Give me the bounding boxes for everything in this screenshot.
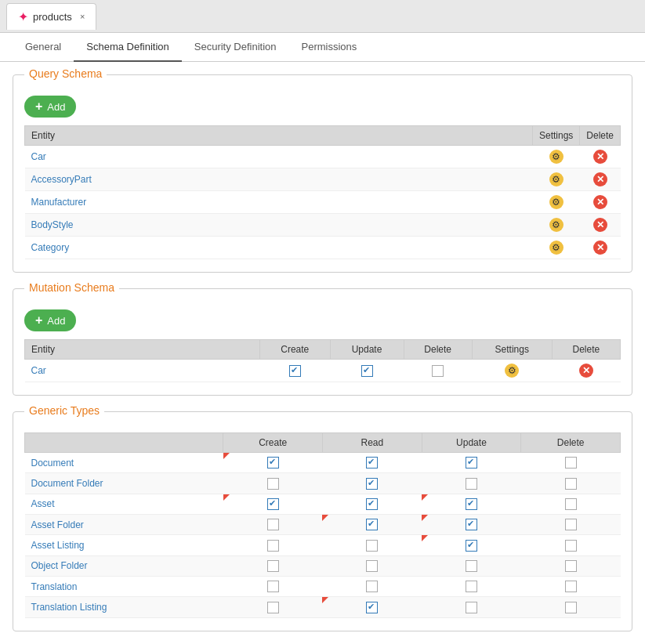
qry-entity-cell[interactable]: BodyStyle — [25, 214, 533, 237]
gt-checkbox[interactable] — [267, 478, 279, 490]
gt-checkbox[interactable] — [466, 498, 477, 510]
gt-checkbox-cell — [422, 453, 521, 473]
gt-header-name — [25, 433, 223, 453]
mutation-schema-add-button[interactable]: + Add — [24, 309, 76, 331]
gear-icon[interactable]: ⚙ — [505, 364, 519, 378]
gt-checkbox[interactable] — [366, 519, 378, 530]
tab-close-button[interactable]: × — [80, 12, 85, 21]
query-schema-title: Query Schema — [24, 67, 107, 80]
gt-checkbox[interactable] — [565, 540, 577, 552]
gt-checkbox-cell — [422, 494, 521, 514]
gt-checkbox-cell — [223, 453, 323, 473]
qry-settings-cell: ⚙ — [532, 214, 579, 237]
mutation-schema-title: Mutation Schema — [24, 281, 119, 294]
gt-checkbox[interactable] — [466, 519, 477, 530]
qry-header-settings: Settings — [532, 126, 579, 146]
tab-permissions[interactable]: Permissions — [289, 33, 370, 62]
delete-icon[interactable]: ✕ — [593, 218, 607, 232]
gt-checkbox[interactable] — [267, 581, 279, 592]
gt-checkbox[interactable] — [366, 457, 378, 469]
nav-tabs: General Schema Definition Security Defin… — [0, 33, 645, 62]
red-corner-marker — [322, 515, 328, 521]
gt-checkbox[interactable] — [267, 457, 279, 469]
delete-icon[interactable]: ✕ — [579, 364, 593, 378]
red-corner-marker — [422, 515, 428, 521]
products-tab[interactable]: ✦ products × — [6, 3, 96, 30]
tab-general[interactable]: General — [13, 33, 74, 62]
gt-name-cell[interactable]: Object Folder — [25, 555, 223, 576]
gt-checkbox-cell — [422, 473, 521, 494]
gt-checkbox-cell — [521, 576, 621, 596]
gt-name-cell[interactable]: Document — [25, 453, 223, 473]
qry-entity-cell[interactable]: Category — [25, 237, 533, 259]
gt-checkbox-cell — [223, 473, 323, 494]
gear-icon[interactable]: ⚙ — [549, 218, 563, 232]
gt-checkbox-cell — [322, 555, 422, 576]
gt-checkbox[interactable] — [466, 540, 477, 552]
gt-checkbox-cell — [422, 514, 521, 534]
query-schema-add-button[interactable]: + Add — [24, 96, 76, 118]
gt-checkbox[interactable] — [565, 457, 577, 469]
delete-icon[interactable]: ✕ — [593, 195, 607, 209]
gt-name-cell[interactable]: Translation — [25, 576, 223, 596]
delete-icon[interactable]: ✕ — [593, 172, 607, 186]
create-checkbox[interactable] — [289, 365, 301, 377]
gt-checkbox[interactable] — [466, 560, 477, 572]
qry-entity-cell[interactable]: Car — [25, 146, 533, 168]
qry-entity-cell[interactable]: Manufacturer — [25, 191, 533, 214]
table-row: Translation Listing — [25, 597, 621, 617]
qry-delete-cell: ✕ — [580, 146, 621, 168]
mutation-schema-table: Entity Create Update Delete Settings Del… — [24, 339, 621, 382]
gt-checkbox[interactable] — [565, 478, 577, 490]
gt-checkbox-cell — [223, 597, 323, 617]
update-checkbox[interactable] — [361, 365, 373, 377]
gt-checkbox[interactable] — [267, 560, 279, 572]
delete-checkbox[interactable] — [432, 365, 444, 377]
gt-name-cell[interactable]: Asset Listing — [25, 535, 223, 555]
gt-checkbox[interactable] — [366, 478, 378, 490]
mut-entity-cell[interactable]: Car — [25, 360, 260, 382]
gt-checkbox[interactable] — [565, 560, 577, 572]
gt-header-update: Update — [422, 433, 521, 453]
tab-security-definition[interactable]: Security Definition — [182, 33, 289, 62]
gt-name-cell[interactable]: Translation Listing — [25, 597, 223, 617]
gt-checkbox[interactable] — [366, 560, 378, 572]
gt-checkbox[interactable] — [565, 581, 577, 592]
gt-checkbox-cell — [322, 473, 422, 494]
gt-checkbox[interactable] — [565, 519, 577, 530]
gt-checkbox[interactable] — [466, 581, 477, 592]
gt-checkbox[interactable] — [466, 457, 477, 469]
gt-checkbox[interactable] — [267, 498, 279, 510]
gt-checkbox[interactable] — [366, 540, 378, 552]
gear-icon[interactable]: ⚙ — [549, 150, 563, 164]
gt-name-cell[interactable]: Document Folder — [25, 473, 223, 494]
table-row: Asset Listing — [25, 535, 621, 555]
qry-entity-cell[interactable]: AccessoryPart — [25, 168, 533, 191]
gt-checkbox[interactable] — [267, 519, 279, 530]
gt-checkbox[interactable] — [267, 540, 279, 552]
gt-checkbox[interactable] — [267, 602, 279, 613]
gt-checkbox-cell — [223, 555, 323, 576]
delete-icon[interactable]: ✕ — [593, 150, 607, 164]
gear-icon[interactable]: ⚙ — [549, 172, 563, 186]
table-row: Object Folder — [25, 555, 621, 576]
gt-checkbox[interactable] — [466, 478, 477, 490]
gt-name-cell[interactable]: Asset — [25, 494, 223, 514]
mut-header-delete2: Delete — [552, 340, 620, 360]
gt-checkbox[interactable] — [366, 581, 378, 592]
red-corner-marker — [223, 453, 230, 459]
qry-delete-cell: ✕ — [580, 168, 621, 191]
delete-icon[interactable]: ✕ — [593, 241, 607, 255]
gear-icon[interactable]: ⚙ — [549, 195, 563, 209]
gt-checkbox-cell — [322, 514, 422, 534]
gt-checkbox[interactable] — [466, 602, 477, 613]
gt-checkbox[interactable] — [565, 498, 577, 510]
gt-checkbox[interactable] — [366, 602, 378, 613]
tab-schema-definition[interactable]: Schema Definition — [74, 33, 182, 62]
gt-checkbox[interactable] — [366, 498, 378, 510]
gt-name-cell[interactable]: Asset Folder — [25, 514, 223, 534]
gt-header-create: Create — [223, 433, 323, 453]
gear-icon[interactable]: ⚙ — [549, 241, 563, 255]
table-row: Document Folder — [25, 473, 621, 494]
gt-checkbox[interactable] — [565, 602, 577, 613]
